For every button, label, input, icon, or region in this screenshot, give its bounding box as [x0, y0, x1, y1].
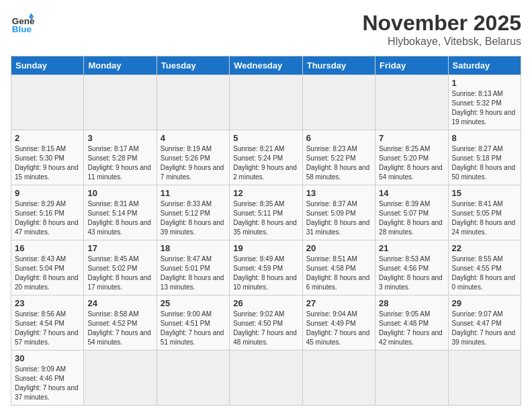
- calendar-cell: 19Sunrise: 8:49 AMSunset: 4:59 PMDayligh…: [230, 240, 302, 295]
- cell-info: Sunrise: 9:07 AMSunset: 4:47 PMDaylight:…: [452, 310, 517, 347]
- day-number: 3: [87, 133, 152, 143]
- day-number: 14: [379, 188, 444, 198]
- day-number: 11: [161, 188, 226, 198]
- cell-info: Sunrise: 8:19 AMSunset: 5:26 PMDaylight:…: [161, 144, 226, 182]
- calendar-cell: 24Sunrise: 8:58 AMSunset: 4:52 PMDayligh…: [84, 295, 157, 351]
- day-number: 24: [87, 298, 152, 308]
- day-number: 29: [452, 298, 517, 308]
- calendar-cell: [375, 75, 448, 130]
- calendar-cell: 6Sunrise: 8:23 AMSunset: 5:22 PMDaylight…: [302, 130, 375, 185]
- calendar-cell: 23Sunrise: 8:56 AMSunset: 4:54 PMDayligh…: [11, 295, 84, 351]
- calendar-cell: 13Sunrise: 8:37 AMSunset: 5:09 PMDayligh…: [302, 185, 375, 240]
- calendar-cell: 22Sunrise: 8:55 AMSunset: 4:55 PMDayligh…: [448, 240, 521, 295]
- cell-info: Sunrise: 9:02 AMSunset: 4:50 PMDaylight:…: [233, 310, 298, 347]
- calendar-cell: [84, 351, 157, 406]
- calendar-cell: 17Sunrise: 8:45 AMSunset: 5:02 PMDayligh…: [84, 240, 157, 295]
- day-number: 8: [452, 133, 517, 143]
- day-number: 26: [233, 298, 298, 308]
- calendar-cell: 25Sunrise: 9:00 AMSunset: 4:51 PMDayligh…: [157, 295, 229, 351]
- calendar-cell: 10Sunrise: 8:31 AMSunset: 5:14 PMDayligh…: [84, 185, 157, 240]
- cell-info: Sunrise: 8:49 AMSunset: 4:59 PMDaylight:…: [233, 255, 298, 292]
- cell-info: Sunrise: 8:35 AMSunset: 5:11 PMDaylight:…: [233, 199, 298, 237]
- day-number: 12: [233, 188, 298, 198]
- calendar-cell: [157, 75, 229, 130]
- calendar-cell: 16Sunrise: 8:43 AMSunset: 5:04 PMDayligh…: [11, 240, 84, 295]
- calendar-week-row: 30Sunrise: 9:09 AMSunset: 4:46 PMDayligh…: [11, 351, 521, 406]
- cell-info: Sunrise: 8:47 AMSunset: 5:01 PMDaylight:…: [161, 255, 226, 292]
- title-area: November 2025 Hlybokaye, Vitebsk, Belaru…: [362, 11, 521, 48]
- cell-info: Sunrise: 8:53 AMSunset: 4:56 PMDaylight:…: [379, 255, 444, 292]
- day-number: 2: [15, 133, 80, 143]
- calendar-table: SundayMondayTuesdayWednesdayThursdayFrid…: [11, 56, 521, 406]
- calendar-cell: 27Sunrise: 9:04 AMSunset: 4:49 PMDayligh…: [302, 295, 375, 351]
- day-number: 9: [15, 188, 80, 198]
- day-number: 30: [15, 353, 80, 363]
- cell-info: Sunrise: 8:27 AMSunset: 5:18 PMDaylight:…: [452, 144, 517, 182]
- day-number: 16: [15, 243, 80, 253]
- calendar-cell: [230, 75, 302, 130]
- calendar-week-row: 9Sunrise: 8:29 AMSunset: 5:16 PMDaylight…: [11, 185, 521, 240]
- cell-info: Sunrise: 8:31 AMSunset: 5:14 PMDaylight:…: [87, 199, 152, 237]
- calendar-cell: [11, 75, 84, 130]
- cell-info: Sunrise: 8:25 AMSunset: 5:20 PMDaylight:…: [379, 144, 444, 182]
- cell-info: Sunrise: 8:33 AMSunset: 5:12 PMDaylight:…: [161, 199, 226, 237]
- calendar-cell: 5Sunrise: 8:21 AMSunset: 5:24 PMDaylight…: [230, 130, 302, 185]
- day-number: 5: [233, 133, 298, 143]
- day-number: 18: [161, 243, 226, 253]
- day-number: 6: [306, 133, 371, 143]
- calendar-cell: 30Sunrise: 9:09 AMSunset: 4:46 PMDayligh…: [11, 351, 84, 406]
- cell-info: Sunrise: 8:39 AMSunset: 5:07 PMDaylight:…: [379, 199, 444, 237]
- cell-info: Sunrise: 8:23 AMSunset: 5:22 PMDaylight:…: [306, 144, 371, 182]
- day-number: 7: [379, 133, 444, 143]
- calendar-week-row: 23Sunrise: 8:56 AMSunset: 4:54 PMDayligh…: [11, 295, 521, 351]
- day-number: 10: [87, 188, 152, 198]
- calendar-cell: 28Sunrise: 9:05 AMSunset: 4:48 PMDayligh…: [375, 295, 448, 351]
- cell-info: Sunrise: 8:15 AMSunset: 5:30 PMDaylight:…: [15, 144, 80, 182]
- day-number: 27: [306, 298, 371, 308]
- calendar-cell: [375, 351, 448, 406]
- cell-info: Sunrise: 9:09 AMSunset: 4:46 PMDaylight:…: [15, 365, 80, 402]
- calendar-cell: 18Sunrise: 8:47 AMSunset: 5:01 PMDayligh…: [157, 240, 229, 295]
- calendar-cell: 9Sunrise: 8:29 AMSunset: 5:16 PMDaylight…: [11, 185, 84, 240]
- calendar-cell: 1Sunrise: 8:13 AMSunset: 5:32 PMDaylight…: [448, 75, 521, 130]
- calendar-week-row: 1Sunrise: 8:13 AMSunset: 5:32 PMDaylight…: [11, 75, 521, 130]
- calendar-cell: 15Sunrise: 8:41 AMSunset: 5:05 PMDayligh…: [448, 185, 521, 240]
- day-header-saturday: Saturday: [448, 56, 521, 75]
- cell-info: Sunrise: 8:37 AMSunset: 5:09 PMDaylight:…: [306, 199, 371, 237]
- day-header-monday: Monday: [84, 56, 157, 75]
- day-number: 15: [452, 188, 517, 198]
- calendar-cell: [448, 351, 521, 406]
- logo-svg: General Blue: [11, 11, 35, 35]
- calendar-cell: 20Sunrise: 8:51 AMSunset: 4:58 PMDayligh…: [302, 240, 375, 295]
- calendar-cell: 11Sunrise: 8:33 AMSunset: 5:12 PMDayligh…: [157, 185, 229, 240]
- cell-info: Sunrise: 8:41 AMSunset: 5:05 PMDaylight:…: [452, 199, 517, 237]
- cell-info: Sunrise: 8:17 AMSunset: 5:28 PMDaylight:…: [87, 144, 152, 182]
- calendar-cell: [157, 351, 229, 406]
- day-number: 13: [306, 188, 371, 198]
- calendar-cell: 2Sunrise: 8:15 AMSunset: 5:30 PMDaylight…: [11, 130, 84, 185]
- calendar-cell: 8Sunrise: 8:27 AMSunset: 5:18 PMDaylight…: [448, 130, 521, 185]
- calendar-cell: [302, 351, 375, 406]
- cell-info: Sunrise: 8:55 AMSunset: 4:55 PMDaylight:…: [452, 255, 517, 292]
- day-number: 25: [161, 298, 226, 308]
- cell-info: Sunrise: 8:29 AMSunset: 5:16 PMDaylight:…: [15, 199, 80, 237]
- cell-info: Sunrise: 9:05 AMSunset: 4:48 PMDaylight:…: [379, 310, 444, 347]
- cell-info: Sunrise: 8:58 AMSunset: 4:52 PMDaylight:…: [87, 310, 152, 347]
- day-number: 28: [379, 298, 444, 308]
- day-number: 23: [15, 298, 80, 308]
- cell-info: Sunrise: 8:45 AMSunset: 5:02 PMDaylight:…: [87, 255, 152, 292]
- day-header-wednesday: Wednesday: [230, 56, 302, 75]
- day-header-friday: Friday: [375, 56, 448, 75]
- calendar-cell: [84, 75, 157, 130]
- calendar-cell: [230, 351, 302, 406]
- cell-info: Sunrise: 8:21 AMSunset: 5:24 PMDaylight:…: [233, 144, 298, 182]
- svg-text:Blue: Blue: [12, 24, 32, 34]
- logo: General Blue: [11, 11, 35, 35]
- day-number: 20: [306, 243, 371, 253]
- day-number: 21: [379, 243, 444, 253]
- day-number: 22: [452, 243, 517, 253]
- calendar-cell: 29Sunrise: 9:07 AMSunset: 4:47 PMDayligh…: [448, 295, 521, 351]
- calendar-week-row: 2Sunrise: 8:15 AMSunset: 5:30 PMDaylight…: [11, 130, 521, 185]
- day-header-thursday: Thursday: [302, 56, 375, 75]
- day-number: 17: [87, 243, 152, 253]
